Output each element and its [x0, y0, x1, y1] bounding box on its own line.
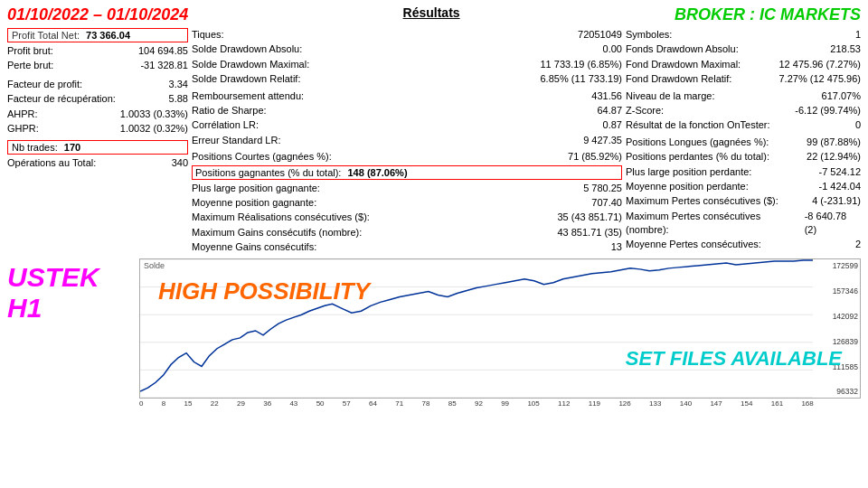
correlation-row: Corrélation LR: 0.87: [192, 118, 622, 132]
max-gains-value: 43 851.71 (35): [557, 226, 622, 239]
stats-area: Profit Total Net: 73 366.04 Profit brut:…: [7, 28, 861, 255]
fond-dd-rel-value: 7.27% (12 475.96): [778, 72, 861, 86]
moy-pos-perdante-value: -1 424.04: [819, 180, 861, 193]
y-label-4: 126839: [816, 337, 858, 346]
x-50: 50: [316, 399, 325, 408]
profit-brut-label: Profit brut:: [7, 44, 53, 58]
x-147: 147: [710, 399, 722, 408]
tiques-value: 72051049: [578, 28, 622, 42]
moy-pos-gagnante-row: Moyenne position gagnante: 707.40: [192, 196, 622, 210]
pos-gagnantes-value: 148 (87.06%): [348, 167, 408, 178]
operations-row: Opérations au Total: 340: [7, 156, 188, 170]
niveau-marge-row: Niveau de la marge: 617.07%: [626, 89, 861, 103]
x-78: 78: [422, 399, 430, 408]
profit-net-label: Profit Total Net:: [12, 30, 80, 41]
bottom-section: USTEK H1 Solde 172599: [7, 258, 861, 408]
date-range: 01/10/2022 – 01/10/2024: [7, 5, 188, 24]
symboles-row: Symboles: 1: [626, 28, 861, 42]
moy-pos-perdante-row: Moyenne position perdante: -1 424.04: [626, 180, 861, 193]
chart-text-set-files: SET FILES AVAILABLE: [626, 347, 842, 371]
nb-trades-label: Nb trades:: [12, 142, 58, 153]
chart-area: Solde 172599 157346 1420: [139, 258, 861, 399]
x-92: 92: [475, 399, 483, 408]
plus-large-perdante-label: Plus large position perdante:: [626, 165, 751, 179]
x-8: 8: [162, 399, 165, 408]
fond-dd-rel-label: Fond Drawdown Relatif:: [626, 72, 731, 86]
mid-column: Tiques: 72051049 Solde Drawdown Absolu: …: [188, 28, 626, 255]
pos-longues-label: Positions Longues (gagnées %):: [626, 136, 769, 149]
zscore-label: Z-Score:: [626, 104, 664, 117]
correlation-value: 0.87: [603, 118, 622, 132]
pos-courtes-value: 71 (85.92%): [568, 150, 622, 164]
x-154: 154: [741, 399, 752, 408]
x-29: 29: [237, 399, 245, 408]
solde-dd-abs-label: Solde Drawdown Absolu:: [192, 42, 302, 56]
chart-y-axis: 172599 157346 142092 126839 111585 96332: [815, 259, 860, 398]
fonds-dd-abs-label: Fonds Drawdown Absolu:: [626, 42, 739, 56]
max-pertes-consec-value: 4 (-231.91): [812, 194, 861, 208]
x-126: 126: [618, 399, 630, 408]
nb-trades-value: 170: [64, 142, 80, 153]
solde-dd-rel-value: 6.85% (11 733.19): [540, 72, 622, 86]
perte-brut-label: Perte brut:: [7, 59, 53, 72]
tiques-label: Tiques:: [192, 28, 224, 42]
y-label-2: 157346: [816, 286, 858, 296]
perte-brut-value: -31 328.81: [140, 59, 188, 72]
results-title: Résultats: [403, 5, 460, 20]
ratio-sharpe-value: 64.87: [597, 104, 622, 117]
x-15: 15: [184, 399, 193, 408]
facteur-recup-label: Facteur de récupération:: [7, 92, 116, 106]
left-column: Profit Total Net: 73 366.04 Profit brut:…: [7, 28, 188, 255]
fond-dd-rel-row: Fond Drawdown Relatif: 7.27% (12 475.96): [626, 72, 861, 86]
resultat-value: 0: [855, 118, 861, 132]
x-43: 43: [289, 399, 297, 408]
moy-gains-value: 13: [611, 240, 622, 254]
niveau-marge-label: Niveau de la marge:: [626, 89, 714, 103]
pos-perdantes-row: Positions perdantes (% du total): 22 (12…: [626, 150, 861, 164]
right-column: Symboles: 1 Fonds Drawdown Absolu: 218.5…: [626, 28, 861, 255]
pos-gagnantes-label: Positions gagnantes (% du total):: [195, 167, 341, 178]
chart-text-high-possibility: HIGH POSSIBILITY: [158, 277, 370, 305]
moy-gains-label: Moyenne Gains consécutifs:: [192, 240, 316, 254]
x-99: 99: [501, 399, 509, 408]
fond-dd-max-label: Fond Drawdown Maximal:: [626, 58, 741, 71]
plus-large-gagnante-row: Plus large position gagnante: 5 780.25: [192, 182, 622, 195]
resultat-row: Résultat de la fonction OnTester: 0: [626, 118, 861, 132]
symboles-label: Symboles:: [626, 28, 672, 42]
x-112: 112: [558, 399, 570, 408]
max-pertes-consec-label: Maximum Pertes consécutives ($):: [626, 194, 778, 208]
facteur-profit-row: Facteur de profit: 3.34: [7, 78, 188, 91]
x-57: 57: [343, 399, 351, 408]
operations-value: 340: [172, 156, 188, 170]
pos-longues-value: 99 (87.88%): [807, 136, 861, 149]
erreur-std-value: 9 427.35: [583, 134, 622, 147]
moy-pertes-row: Moyenne Pertes consécutives: 2: [626, 238, 861, 251]
pos-courtes-row: Positions Courtes (gagnées %): 71 (85.92…: [192, 150, 622, 164]
operations-label: Opérations au Total:: [7, 156, 96, 170]
pos-perdantes-label: Positions perdantes (% du total):: [626, 150, 769, 164]
max-realis-row: Maximum Réalisations consécutives ($): 3…: [192, 211, 622, 224]
remboursement-label: Remboursement attendu:: [192, 89, 304, 103]
correlation-label: Corrélation LR:: [192, 118, 259, 132]
ustek-label: USTEK H1: [7, 262, 134, 408]
max-pertes-consec-row: Maximum Pertes consécutives ($): 4 (-231…: [626, 194, 861, 208]
ghpr-value: 1.0032 (0.32%): [120, 122, 188, 136]
fond-dd-max-row: Fond Drawdown Maximal: 12 475.96 (7.27%): [626, 58, 861, 71]
ghpr-label: GHPR:: [7, 122, 39, 136]
niveau-marge-value: 617.07%: [822, 89, 861, 103]
main-container: 01/10/2022 – 01/10/2024 Résultats BROKER…: [0, 0, 868, 488]
fond-dd-max-value: 12 475.96 (7.27%): [778, 58, 861, 71]
profit-net-row: Profit Total Net: 73 366.04: [7, 28, 188, 42]
facteur-profit-value: 3.34: [169, 78, 188, 91]
profit-net-value: 73 366.04: [86, 30, 130, 41]
ghpr-row: GHPR: 1.0032 (0.32%): [7, 122, 188, 136]
plus-large-perdante-row: Plus large position perdante: -7 524.12: [626, 165, 861, 179]
max-gains-row: Maximum Gains consécutifs (nombre): 43 8…: [192, 226, 622, 239]
fonds-dd-abs-value: 218.53: [830, 42, 861, 56]
zscore-row: Z-Score: -6.12 (99.74%): [626, 104, 861, 117]
moy-pertes-value: 2: [855, 238, 861, 251]
facteur-recup-row: Facteur de récupération: 5.88: [7, 92, 188, 106]
facteur-profit-label: Facteur de profit:: [7, 78, 82, 91]
pos-longues-row: Positions Longues (gagnées %): 99 (87.88…: [626, 136, 861, 149]
plus-large-perdante-value: -7 524.12: [819, 165, 861, 179]
